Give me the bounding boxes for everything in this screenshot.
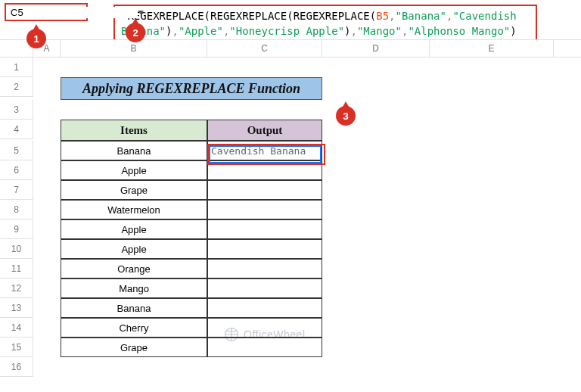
cell-C4[interactable]: Output bbox=[207, 120, 322, 141]
cell-E8[interactable] bbox=[430, 200, 554, 219]
row-header[interactable]: 14 bbox=[0, 318, 33, 338]
callout-1: 1 bbox=[26, 29, 46, 48]
cell-A8[interactable] bbox=[33, 200, 61, 219]
cell-C6[interactable] bbox=[207, 160, 322, 180]
cell-E5[interactable] bbox=[430, 141, 554, 160]
formula-bar[interactable]: =REGEXREPLACE(REGEXREPLACE(REGEXREPLACE(… bbox=[113, 5, 537, 43]
cell-A13[interactable] bbox=[33, 298, 61, 318]
col-header-E[interactable]: E bbox=[430, 40, 554, 57]
cell-C3[interactable] bbox=[207, 100, 322, 120]
cell-B5[interactable]: Banana bbox=[61, 141, 207, 160]
cell-A7[interactable] bbox=[33, 180, 61, 200]
cell-B2[interactable]: Applying REGEXREPLACE Function bbox=[61, 77, 322, 100]
cell-B11[interactable]: Orange bbox=[61, 259, 207, 278]
cell-B3[interactable] bbox=[61, 100, 207, 120]
cell-B4[interactable]: Items bbox=[61, 120, 207, 141]
cell-D15[interactable] bbox=[322, 338, 430, 357]
col-header-B[interactable]: B bbox=[61, 40, 207, 57]
cell-D6[interactable] bbox=[322, 160, 430, 180]
cell-A10[interactable] bbox=[33, 239, 61, 259]
cell-C7[interactable] bbox=[207, 180, 322, 200]
cell-B15[interactable]: Grape bbox=[61, 338, 207, 357]
cell-D13[interactable] bbox=[322, 298, 430, 318]
row-header[interactable]: 4 bbox=[0, 120, 33, 139]
cell-A4[interactable] bbox=[33, 120, 61, 141]
cell-B16[interactable] bbox=[61, 357, 207, 377]
cell-D10[interactable] bbox=[322, 239, 430, 259]
cell-D5[interactable] bbox=[322, 141, 430, 160]
cell-D12[interactable] bbox=[322, 278, 430, 298]
cell-A1[interactable] bbox=[33, 58, 61, 77]
row-header[interactable]: 6 bbox=[0, 160, 33, 180]
row-header[interactable]: 1 bbox=[0, 58, 33, 77]
cell-A11[interactable] bbox=[33, 259, 61, 278]
row-header[interactable]: 3 bbox=[0, 100, 33, 120]
cell-E15[interactable] bbox=[430, 338, 554, 357]
cell-C10[interactable] bbox=[207, 239, 322, 259]
cell-C11[interactable] bbox=[207, 259, 322, 278]
cell-A5[interactable] bbox=[33, 141, 61, 160]
cell-B12[interactable]: Mango bbox=[61, 278, 207, 298]
cell-A2[interactable] bbox=[33, 77, 61, 100]
row-header[interactable]: 5 bbox=[0, 141, 33, 160]
cell-E9[interactable] bbox=[430, 219, 554, 239]
cell-E14[interactable] bbox=[430, 318, 554, 338]
cell-D1[interactable] bbox=[322, 58, 430, 77]
cell-E13[interactable] bbox=[430, 298, 554, 318]
cell-B13[interactable]: Banana bbox=[61, 298, 207, 318]
cell-B7[interactable]: Grape bbox=[61, 180, 207, 200]
cell-E16[interactable] bbox=[430, 357, 554, 377]
cell-E3[interactable] bbox=[430, 100, 554, 120]
cell-E2[interactable] bbox=[430, 77, 554, 100]
row-header[interactable]: 10 bbox=[0, 239, 33, 259]
cell-A6[interactable] bbox=[33, 160, 61, 180]
cell-B14[interactable]: Cherry bbox=[61, 318, 207, 338]
cell-A3[interactable] bbox=[33, 100, 61, 120]
cell-A16[interactable] bbox=[33, 357, 61, 377]
col-header-C[interactable]: C bbox=[207, 40, 322, 57]
row-header[interactable]: 12 bbox=[0, 278, 33, 298]
cell-C5[interactable]: Cavendish Banana bbox=[207, 141, 322, 160]
cell-C13[interactable] bbox=[207, 298, 322, 318]
row-header[interactable]: 7 bbox=[0, 180, 33, 200]
cell-B1[interactable] bbox=[61, 58, 207, 77]
cell-A9[interactable] bbox=[33, 219, 61, 239]
row-header[interactable]: 15 bbox=[0, 338, 33, 357]
row-header[interactable]: 9 bbox=[0, 219, 33, 239]
row-header[interactable]: 2 bbox=[0, 77, 33, 97]
cell-D7[interactable] bbox=[322, 180, 430, 200]
row-header[interactable]: 13 bbox=[0, 298, 33, 318]
row-header[interactable]: 11 bbox=[0, 259, 33, 278]
cell-B10[interactable]: Apple bbox=[61, 239, 207, 259]
cell-E10[interactable] bbox=[430, 239, 554, 259]
cell-B8[interactable]: Watermelon bbox=[61, 200, 207, 219]
cell-C12[interactable] bbox=[207, 278, 322, 298]
cell-D8[interactable] bbox=[322, 200, 430, 219]
row-header[interactable]: 8 bbox=[0, 200, 33, 219]
name-box-input[interactable] bbox=[11, 7, 138, 18]
cell-B9[interactable]: Apple bbox=[61, 219, 207, 239]
cell-C16[interactable] bbox=[207, 357, 322, 377]
cell-D11[interactable] bbox=[322, 259, 430, 278]
cell-D16[interactable] bbox=[322, 357, 430, 377]
cell-A14[interactable] bbox=[33, 318, 61, 338]
cell-D2[interactable] bbox=[322, 77, 430, 100]
cell-E6[interactable] bbox=[430, 160, 554, 180]
cell-D14[interactable] bbox=[322, 318, 430, 338]
cell-C1[interactable] bbox=[207, 58, 322, 77]
cell-C9[interactable] bbox=[207, 219, 322, 239]
col-header-D[interactable]: D bbox=[322, 40, 430, 57]
cell-E4[interactable] bbox=[430, 120, 554, 141]
cell-D9[interactable] bbox=[322, 219, 430, 239]
cell-E7[interactable] bbox=[430, 180, 554, 200]
cell-A12[interactable] bbox=[33, 278, 61, 298]
cell-E11[interactable] bbox=[430, 259, 554, 278]
cell-A15[interactable] bbox=[33, 338, 61, 357]
cell-E12[interactable] bbox=[430, 278, 554, 298]
cell-B6[interactable]: Apple bbox=[61, 160, 207, 180]
row-header[interactable]: 16 bbox=[0, 357, 33, 377]
watermark: OfficeWheel bbox=[224, 327, 306, 342]
cell-C8[interactable] bbox=[207, 200, 322, 219]
name-box[interactable] bbox=[5, 3, 88, 21]
cell-E1[interactable] bbox=[430, 58, 554, 77]
